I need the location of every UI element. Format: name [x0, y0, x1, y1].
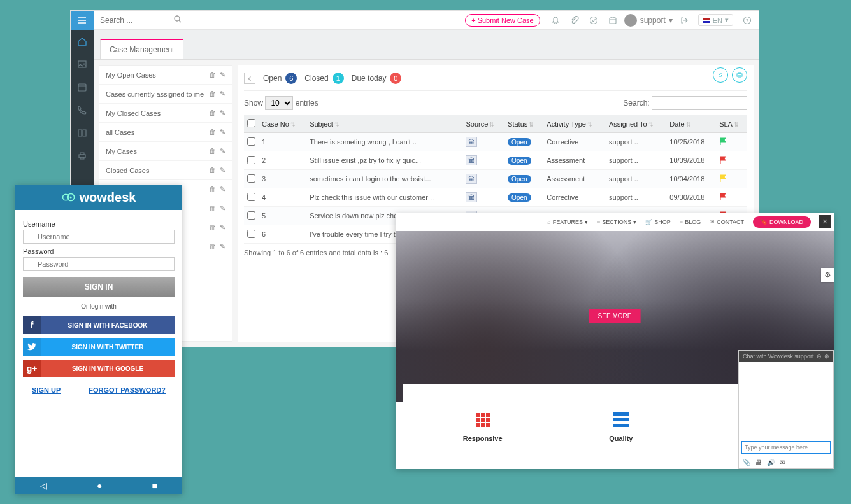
- column-header[interactable]: SLA⇅: [716, 115, 747, 133]
- delete-icon[interactable]: 🗑: [209, 223, 216, 232]
- row-checkbox[interactable]: [247, 156, 255, 164]
- password-input[interactable]: [23, 257, 175, 271]
- chat-input[interactable]: Type your message here...: [741, 441, 831, 454]
- column-header[interactable]: Status⇅: [504, 115, 543, 133]
- nav-calendar-icon[interactable]: [76, 81, 89, 94]
- settings-side-icon[interactable]: ⚙: [821, 268, 834, 282]
- select-all-checkbox[interactable]: [247, 119, 255, 127]
- print-icon[interactable]: [732, 67, 747, 83]
- chat-print-icon[interactable]: 🖶: [755, 459, 762, 466]
- edit-icon[interactable]: ✎: [220, 204, 225, 213]
- table-row[interactable]: 1There is someting wrong , I can't ..🏛Op…: [244, 133, 747, 151]
- android-home-icon[interactable]: ●: [97, 480, 102, 491]
- row-checkbox[interactable]: [247, 137, 255, 146]
- chat-header[interactable]: Chat with Wowdesk support ⊖⊕: [739, 351, 833, 362]
- chat-minimize-icon[interactable]: ⊖: [817, 353, 822, 360]
- delete-icon[interactable]: 🗑: [209, 128, 216, 136]
- username-input[interactable]: [23, 230, 175, 244]
- bell-icon[interactable]: [550, 15, 561, 25]
- delete-icon[interactable]: 🗑: [209, 242, 216, 251]
- language-selector[interactable]: EN ▾: [698, 14, 733, 26]
- chat-mail-icon[interactable]: ✉: [780, 459, 785, 466]
- column-header[interactable]: Subject⇅: [306, 115, 462, 133]
- table-row[interactable]: 3sometimes i can't login to the websist.…: [244, 170, 747, 188]
- logout-icon[interactable]: [679, 15, 689, 25]
- see-more-button[interactable]: SEE MORE: [589, 309, 641, 323]
- nav-phone-icon[interactable]: [76, 104, 89, 116]
- submit-new-case-button[interactable]: + Submit New Case: [465, 14, 540, 27]
- nav-image-icon[interactable]: [76, 58, 89, 71]
- link-icon[interactable]: [713, 67, 728, 83]
- delete-icon[interactable]: 🗑: [209, 166, 216, 174]
- edit-icon[interactable]: ✎: [220, 109, 225, 117]
- sign-up-link[interactable]: SIGN UP: [32, 386, 61, 394]
- table-row[interactable]: 4Plz check this issue with our customer …: [244, 188, 747, 207]
- android-back-icon[interactable]: ◁: [40, 480, 47, 491]
- column-header[interactable]: Date⇅: [666, 115, 716, 133]
- edit-icon[interactable]: ✎: [220, 185, 225, 193]
- nav-print-icon[interactable]: [76, 150, 89, 162]
- delete-icon[interactable]: 🗑: [209, 109, 216, 117]
- download-button[interactable]: 🔖DOWNLOAD: [753, 216, 811, 228]
- filter-row[interactable]: My Cases🗑✎: [99, 142, 232, 161]
- filter-row[interactable]: Cases currently assigned to me🗑✎: [99, 85, 232, 104]
- pill-open[interactable]: Open6: [263, 73, 297, 84]
- delete-icon[interactable]: 🗑: [209, 71, 216, 79]
- nav-home-icon[interactable]: [76, 35, 89, 48]
- nav-contact[interactable]: ✉CONTACT: [710, 219, 744, 225]
- row-checkbox[interactable]: [247, 174, 255, 183]
- edit-icon[interactable]: ✎: [220, 71, 225, 79]
- row-checkbox[interactable]: [247, 230, 255, 238]
- tab-case-management[interactable]: Case Management: [100, 39, 183, 59]
- edit-icon[interactable]: ✎: [220, 242, 225, 251]
- nav-book-icon[interactable]: [76, 127, 89, 139]
- column-header[interactable]: Activity Type⇅: [543, 115, 606, 133]
- edit-icon[interactable]: ✎: [220, 90, 225, 98]
- nav-sections[interactable]: ≡SECTIONS ▾: [597, 219, 636, 225]
- filter-row[interactable]: all Cases🗑✎: [99, 123, 232, 142]
- table-search-input[interactable]: [652, 96, 747, 110]
- search-icon[interactable]: [174, 15, 182, 25]
- pill-due-today[interactable]: Due today0: [352, 73, 402, 84]
- delete-icon[interactable]: 🗑: [209, 90, 216, 98]
- back-icon[interactable]: ‹: [244, 73, 255, 84]
- row-checkbox[interactable]: [247, 193, 255, 201]
- close-icon[interactable]: ×: [819, 215, 831, 228]
- facebook-signin-button[interactable]: fSIGN IN WITH FACEBOOK: [23, 316, 175, 334]
- check-circle-icon[interactable]: [589, 15, 599, 25]
- chat-expand-icon[interactable]: ⊕: [824, 353, 829, 360]
- attachment-icon[interactable]: [569, 15, 580, 25]
- sign-in-button[interactable]: SIGN IN: [23, 277, 175, 297]
- android-recent-icon[interactable]: ■: [152, 480, 157, 491]
- help-icon[interactable]: ?: [742, 15, 752, 25]
- edit-icon[interactable]: ✎: [220, 147, 225, 155]
- nav-shop[interactable]: 🛒SHOP: [645, 219, 671, 225]
- row-checkbox[interactable]: [247, 211, 255, 220]
- column-header[interactable]: Case No⇅: [259, 115, 306, 133]
- delete-icon[interactable]: 🗑: [209, 204, 216, 213]
- filter-row[interactable]: Closed Cases🗑✎: [99, 161, 232, 180]
- delete-icon[interactable]: 🗑: [209, 147, 216, 155]
- forgot-password-link[interactable]: FORGOT PASSWORD?: [89, 386, 166, 394]
- calendar-icon[interactable]: [608, 15, 618, 25]
- user-menu[interactable]: support ▾: [624, 14, 673, 27]
- column-header[interactable]: Assigned To⇅: [606, 115, 666, 133]
- column-header[interactable]: Source⇅: [462, 115, 504, 133]
- nav-features[interactable]: ⌂FEATURES ▾: [547, 219, 588, 225]
- table-row[interactable]: 2Still issue exist ,pz try to fix iy qui…: [244, 151, 747, 170]
- twitter-signin-button[interactable]: SIGN IN WITH TWITTER: [23, 338, 175, 356]
- delete-icon[interactable]: 🗑: [209, 185, 216, 193]
- menu-toggle-button[interactable]: [71, 11, 94, 30]
- filter-row[interactable]: My Closed Cases🗑✎: [99, 104, 232, 123]
- edit-icon[interactable]: ✎: [220, 223, 225, 232]
- edit-icon[interactable]: ✎: [220, 166, 225, 174]
- google-signin-button[interactable]: g+SIGN IN WITH GOOGLE: [23, 360, 175, 377]
- chat-attach-icon[interactable]: 📎: [743, 459, 750, 466]
- search-input[interactable]: [100, 16, 170, 25]
- edit-icon[interactable]: ✎: [220, 128, 225, 136]
- nav-blog[interactable]: ≡BLOG: [680, 219, 701, 225]
- page-size-select[interactable]: 10: [265, 96, 293, 110]
- filter-row[interactable]: My Open Cases🗑✎: [99, 66, 232, 85]
- pill-closed[interactable]: Closed1: [304, 73, 343, 84]
- chat-sound-icon[interactable]: 🔊: [767, 459, 775, 466]
